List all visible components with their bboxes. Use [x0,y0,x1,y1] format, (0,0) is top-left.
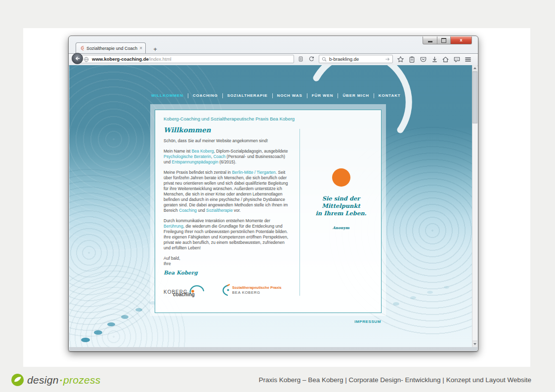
bookmark-star-icon [397,56,404,63]
nav-item-fuer-wen[interactable]: FÜR WEN [307,93,339,98]
orange-circle [332,168,350,187]
link-beruehrung[interactable]: Berührung [164,224,183,229]
scrollbar[interactable] [472,65,477,347]
scroll-down-button[interactable] [472,341,477,347]
link-berlin-mitte-tiergarten[interactable]: Berlin-Mitte / Tiergarten [232,170,275,175]
chat-icon [453,56,461,63]
tab-title: Sozialtherapie und Coachi... [86,46,137,51]
close-button[interactable]: x [451,37,472,44]
link-bea-koberg[interactable]: Bea Koberg [192,149,214,154]
project-caption: Praxis Koberg – Bea Koberg | Corporate D… [258,376,531,384]
nav-item-kontakt[interactable]: KONTAKT [374,93,405,98]
design-prozess-logo: design·prozess [11,373,101,387]
link-entspannungspaedagogin[interactable]: Entspannungspädagogin [172,159,218,164]
home-icon [442,56,449,63]
chat-button[interactable] [452,55,461,63]
link-coaching[interactable]: Coaching [179,208,197,213]
globe-icon [83,56,89,63]
paragraph-1: Mein Name ist Bea Koberg, Diplom-Sozialp… [164,149,289,165]
pocket-button[interactable] [419,55,427,63]
reader-view-icon [298,56,304,62]
nav-item-noch-was[interactable]: NOCH WAS [273,93,307,98]
praxis-logo: Sozialtherapeutische Praxis BEA KOBERG [220,283,282,297]
minimize-button[interactable] [423,37,437,44]
go-arrow-icon[interactable] [384,56,390,62]
browser-window: x Sozialtherapie und Coachi... × + www.k… [68,36,478,352]
window-controls: x [423,37,472,44]
quote-text: Sie sind der Mittelpunkt in Ihrem Leben. [300,195,382,217]
paragraph-2: Meine Praxis befindet sich zentral in Be… [164,170,289,213]
page-title: Willkommen [164,126,289,134]
scroll-up-button[interactable] [472,65,477,72]
signature: Bea Koberg [164,270,289,275]
download-icon [431,56,438,63]
page-viewport: WILLKOMMEN COACHING SOZIALTHERAPIE NOCH … [69,65,477,347]
design-prozess-wordmark: design·prozess [27,374,101,386]
tab-close-icon[interactable]: × [139,46,142,51]
nav-item-willkommen[interactable]: WILLKOMMEN [151,93,188,98]
site-navigation: WILLKOMMEN COACHING SOZIALTHERAPIE NOCH … [151,93,405,98]
logo-row: KOBERG coaching [164,283,289,297]
pocket-icon [420,56,427,63]
reading-list-icon [408,56,416,63]
portfolio-page: { "window": { "tab": { "title": "Sozialt… [0,0,555,392]
nav-item-sozialtherapie[interactable]: SOZIALTHERAPIE [223,93,273,98]
bookmark-star-button[interactable] [396,55,405,63]
praxis-glyph-icon [220,283,230,297]
link-sozialtherapie[interactable]: Sozialtherapie [206,208,233,213]
menu-icon [464,56,472,63]
maximize-icon [441,38,446,43]
menu-button[interactable] [464,55,472,63]
arrow-down-icon [473,343,476,345]
back-button[interactable] [72,53,83,64]
search-input-value: b-braekling.de [329,56,384,62]
quote-attribution: Anonym [300,226,382,230]
scrollbar-thumb[interactable] [472,72,477,123]
search-magnifier-icon [321,56,327,62]
intro-line: Schön, dass Sie auf meiner Website angek… [164,138,289,144]
content-panel: Koberg-Coaching und Sozialtherapeutische… [155,110,382,313]
reload-icon [308,56,315,62]
nav-item-ueber-mich[interactable]: ÜBER MICH [338,93,374,98]
reading-list-button[interactable] [407,55,416,63]
home-button[interactable] [441,55,450,63]
download-button[interactable] [430,55,439,63]
impressum-link[interactable]: IMPRESSUM [311,319,381,324]
site-masthead: Koberg-Coaching und Sozialtherapeutische… [164,116,295,121]
new-tab-button[interactable]: + [149,44,162,53]
maximize-button[interactable] [437,37,451,44]
address-bar[interactable]: www.koberg-coaching.de/index.html [79,55,294,63]
minimize-icon [428,41,432,42]
browser-toolbar: www.koberg-coaching.de/index.html b-brae… [69,53,478,66]
reader-view-button[interactable] [296,55,305,63]
search-bar[interactable]: b-braekling.de [319,55,393,63]
paragraph-3: Durch kommunikative Interaktion entstehe… [164,218,289,251]
url-path: /index.html [149,56,171,62]
link-coach[interactable]: Coach [213,154,226,159]
close-icon: x [460,38,462,42]
link-psychologische-beraterin[interactable]: Psychologische Beraterin [164,154,211,159]
tab-favicon-icon [79,45,85,51]
leaf-circle-icon [11,373,24,387]
back-icon [74,55,81,62]
reload-button[interactable] [306,55,316,63]
closing-line-2: Ihre [164,261,289,267]
url-domain: www.koberg-coaching.de [92,56,149,62]
closing-line-1: Auf bald, [164,256,289,261]
browser-tab[interactable]: Sozialtherapie und Coachi... × [76,42,146,53]
koberg-coaching-logo: KOBERG coaching [164,283,205,297]
arrow-up-icon [473,67,476,69]
nav-item-coaching[interactable]: COACHING [188,93,223,98]
content-column-left: Willkommen Schön, dass Sie auf meiner We… [164,126,289,297]
